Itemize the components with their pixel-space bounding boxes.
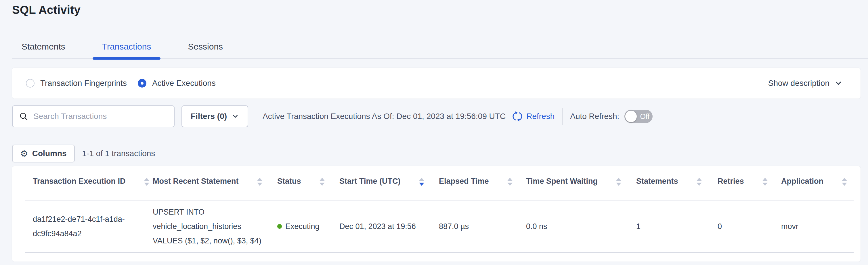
col-header-most-recent-statement[interactable]: Most Recent Statement: [153, 166, 277, 200]
refresh-label: Refresh: [526, 112, 555, 121]
radio-label: Transaction Fingerprints: [40, 79, 127, 88]
refresh-icon: [512, 111, 523, 122]
cell-transaction-execution-id[interactable]: da1f21e2-de71-4c1f-a1da-dc9fc94a84a2: [25, 200, 153, 253]
sql-activity-page: SQL Activity Statements Transactions Ses…: [0, 0, 868, 265]
sort-icon[interactable]: [257, 178, 262, 186]
sort-icon[interactable]: [144, 178, 149, 186]
refresh-button[interactable]: Refresh: [512, 111, 555, 122]
table-toolbar: ⚙ Columns 1-1 of 1 transactions: [12, 144, 155, 162]
col-header-application[interactable]: Application: [781, 166, 854, 200]
status-text: Executing: [285, 219, 319, 234]
sort-icon[interactable]: [763, 178, 768, 186]
search-box: [12, 105, 175, 127]
tab-label: Transactions: [102, 42, 151, 52]
page-title: SQL Activity: [12, 3, 81, 17]
col-header-start-time[interactable]: Start Time (UTC): [339, 166, 439, 200]
transactions-table: Transaction Execution ID Most Recent Sta…: [25, 166, 854, 253]
col-header-transaction-execution-id[interactable]: Transaction Execution ID: [25, 166, 153, 200]
cell-statements: 1: [636, 200, 718, 253]
auto-refresh-label: Auto Refresh:: [570, 112, 619, 121]
view-mode-card: Transaction Fingerprints Active Executio…: [12, 68, 861, 99]
chevron-down-icon: [231, 113, 239, 120]
sort-icon[interactable]: [419, 178, 424, 186]
sort-icon[interactable]: [616, 178, 621, 186]
cell-elapsed-time: 887.0 µs: [439, 200, 526, 253]
cell-retries: 0: [718, 200, 781, 253]
search-input[interactable]: [33, 112, 168, 121]
cell-most-recent-statement: UPSERT INTO vehicle_location_histories V…: [153, 200, 277, 253]
status-executing-dot-icon: [277, 224, 282, 229]
tab-sessions[interactable]: Sessions: [178, 35, 232, 58]
as-of-timestamp: Active Transaction Executions As Of: Dec…: [262, 112, 506, 121]
controls-row: Filters (0) Active Transaction Execution…: [12, 105, 861, 127]
radio-icon: [26, 79, 34, 87]
radio-label: Active Executions: [152, 79, 216, 88]
toggle-knob: [625, 111, 637, 122]
auto-refresh-toggle[interactable]: Off: [624, 110, 653, 123]
tab-transactions[interactable]: Transactions: [93, 35, 161, 58]
show-description-toggle[interactable]: Show description: [768, 79, 843, 88]
tab-bar: Statements Transactions Sessions: [12, 35, 868, 59]
show-description-label: Show description: [768, 79, 830, 88]
cell-time-spent-waiting: 0.0 ns: [526, 200, 636, 253]
cell-application: movr: [781, 200, 854, 253]
sort-icon[interactable]: [696, 178, 702, 186]
columns-label: Columns: [32, 149, 67, 158]
tab-label: Statements: [22, 42, 65, 52]
radio-icon: [138, 79, 146, 87]
vertical-divider: [562, 108, 563, 125]
columns-button[interactable]: ⚙ Columns: [12, 144, 75, 162]
sort-icon[interactable]: [842, 178, 847, 186]
col-header-time-spent-waiting[interactable]: Time Spent Waiting: [526, 166, 636, 200]
transactions-table-card: Transaction Execution ID Most Recent Sta…: [12, 166, 861, 262]
tab-statements[interactable]: Statements: [12, 35, 75, 58]
tab-label: Sessions: [188, 42, 223, 52]
sort-icon[interactable]: [507, 178, 513, 186]
radio-active-executions[interactable]: Active Executions: [138, 79, 216, 88]
col-header-statements[interactable]: Statements: [636, 166, 718, 200]
col-header-status[interactable]: Status: [277, 166, 339, 200]
col-header-retries[interactable]: Retries: [718, 166, 781, 200]
filters-button[interactable]: Filters (0): [182, 105, 248, 127]
table-header-row: Transaction Execution ID Most Recent Sta…: [25, 166, 854, 200]
toggle-state-label: Off: [640, 112, 649, 121]
sort-icon[interactable]: [319, 178, 325, 186]
filters-label: Filters (0): [191, 112, 227, 121]
gear-icon: ⚙: [20, 149, 28, 158]
chevron-down-icon: [834, 79, 843, 87]
table-row: da1f21e2-de71-4c1f-a1da-dc9fc94a84a2 UPS…: [25, 200, 854, 253]
cell-start-time: Dec 01, 2023 at 19:56: [339, 200, 439, 253]
radio-transaction-fingerprints[interactable]: Transaction Fingerprints: [26, 79, 127, 88]
cell-status: Executing: [277, 200, 339, 253]
col-header-elapsed-time[interactable]: Elapsed Time: [439, 166, 526, 200]
result-count: 1-1 of 1 transactions: [82, 149, 155, 158]
search-icon: [19, 112, 28, 121]
